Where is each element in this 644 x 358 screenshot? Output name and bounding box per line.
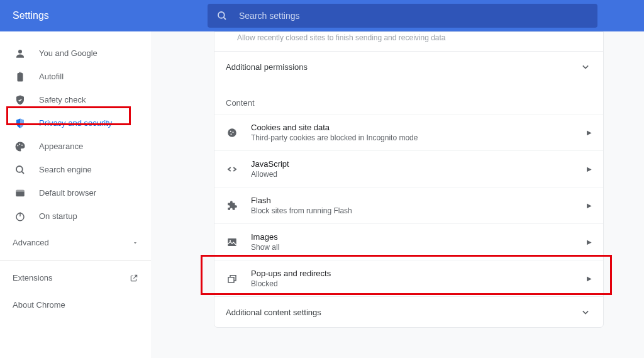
power-icon <box>14 211 26 222</box>
row-sub: Blocked <box>251 279 587 288</box>
svg-point-13 <box>230 130 231 131</box>
extension-icon <box>226 199 238 212</box>
popup-icon <box>226 272 238 285</box>
sidebar-item-default-browser[interactable]: Default browser <box>0 181 151 204</box>
sidebar-advanced[interactable]: Advanced <box>0 228 151 256</box>
sidebar-about-chrome[interactable]: About Chrome <box>0 291 151 318</box>
cookie-icon <box>226 126 238 139</box>
svg-point-17 <box>230 240 231 241</box>
shield-icon <box>14 118 26 129</box>
chevron-down-icon <box>579 60 592 73</box>
search-input[interactable] <box>239 11 589 21</box>
additional-content-row[interactable]: Additional content settings <box>214 296 603 327</box>
clipboard-icon <box>14 71 26 82</box>
svg-rect-16 <box>228 238 236 246</box>
sidebar-item-on-startup[interactable]: On startup <box>0 204 151 228</box>
chevron-right-icon: ▶ <box>587 165 592 172</box>
row-title: Cookies and site data <box>251 123 587 132</box>
code-icon <box>226 163 238 176</box>
chevron-right-icon: ▶ <box>587 238 592 245</box>
content-section-title: Content <box>214 82 603 114</box>
image-icon <box>226 236 238 249</box>
chevron-right-icon: ▶ <box>587 129 592 136</box>
svg-point-12 <box>228 128 236 137</box>
svg-point-3 <box>17 145 18 146</box>
svg-point-14 <box>233 131 234 133</box>
content-row-popups[interactable]: Pop-ups and redirects Blocked ▶ <box>214 260 603 296</box>
search-icon <box>216 10 228 21</box>
row-title: Images <box>251 232 587 242</box>
shield-check-icon <box>14 94 26 106</box>
sidebar-item-privacy-and-security[interactable]: Privacy and security <box>0 111 151 135</box>
sidebar-item-autofill[interactable]: Autofill <box>0 65 151 88</box>
row-sub: Show all <box>251 243 587 252</box>
chevron-down-icon <box>579 306 592 318</box>
content-row-javascript[interactable]: JavaScript Allowed ▶ <box>214 150 603 187</box>
content-row-cookies[interactable]: Cookies and site data Third-party cookie… <box>214 114 603 150</box>
sidebar: You and Google Autofill Safety check Pri… <box>0 31 151 358</box>
row-title: Flash <box>251 196 587 205</box>
sidebar-advanced-label: Advanced <box>13 238 49 247</box>
search-box[interactable] <box>208 4 597 28</box>
sidebar-item-label: Privacy and security <box>39 118 112 128</box>
sidebar-extensions[interactable]: Extensions <box>0 264 151 291</box>
row-sub: Block sites from running Flash <box>251 206 587 215</box>
row-title: JavaScript <box>251 159 587 169</box>
sidebar-extensions-label: Extensions <box>13 273 53 282</box>
sidebar-item-label: Default browser <box>39 188 96 198</box>
additional-content-label: Additional content settings <box>226 308 321 317</box>
settings-card: Allow recently closed sites to finish se… <box>214 31 604 328</box>
sidebar-item-label: Autofill <box>39 72 64 81</box>
svg-line-1 <box>224 18 226 20</box>
row-sub: Allowed <box>251 170 587 179</box>
search-icon <box>14 164 26 176</box>
svg-point-4 <box>19 143 20 145</box>
sidebar-item-appearance[interactable]: Appearance <box>0 135 151 158</box>
svg-point-2 <box>18 50 22 53</box>
sidebar-item-label: Appearance <box>39 142 83 151</box>
faded-description: Allow recently closed sites to finish se… <box>214 32 603 51</box>
chevron-down-icon <box>132 240 138 246</box>
sidebar-about-label: About Chrome <box>13 300 65 310</box>
page-title: Settings <box>13 10 208 21</box>
chevron-right-icon: ▶ <box>587 202 592 209</box>
content-row-flash[interactable]: Flash Block sites from running Flash ▶ <box>214 187 603 223</box>
browser-icon <box>14 187 26 199</box>
sidebar-item-safety-check[interactable]: Safety check <box>0 88 151 111</box>
sidebar-item-search-engine[interactable]: Search engine <box>0 158 151 181</box>
sidebar-item-label: Safety check <box>39 95 86 104</box>
open-external-icon <box>130 274 138 282</box>
palette-icon <box>14 141 26 152</box>
content-row-images[interactable]: Images Show all ▶ <box>214 223 603 260</box>
sidebar-item-label: You and Google <box>39 48 97 58</box>
svg-rect-18 <box>228 277 234 282</box>
header: Settings <box>0 0 644 31</box>
sidebar-item-you-and-google[interactable]: You and Google <box>0 42 151 65</box>
sidebar-item-label: Search engine <box>39 165 92 174</box>
svg-line-7 <box>22 171 24 173</box>
svg-point-6 <box>16 166 23 172</box>
person-icon <box>14 48 26 59</box>
row-sub: Third-party cookies are blocked in Incog… <box>251 133 587 142</box>
svg-rect-9 <box>16 189 25 191</box>
svg-point-0 <box>218 12 225 18</box>
additional-permissions-label: Additional permissions <box>226 62 308 72</box>
sidebar-item-label: On startup <box>39 211 77 221</box>
chevron-right-icon: ▶ <box>587 275 592 282</box>
svg-point-5 <box>21 144 23 145</box>
additional-permissions-row[interactable]: Additional permissions <box>214 51 603 82</box>
main-content: Allow recently closed sites to finish se… <box>151 31 644 358</box>
svg-point-15 <box>231 133 232 135</box>
row-title: Pop-ups and redirects <box>251 269 587 278</box>
divider <box>0 260 151 260</box>
